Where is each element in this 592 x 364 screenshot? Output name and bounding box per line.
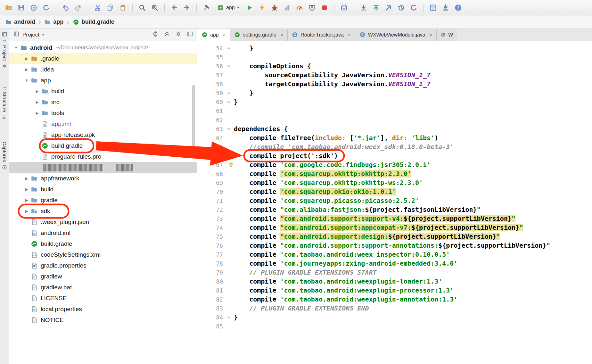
- close-icon[interactable]: ×: [430, 32, 432, 37]
- tree-item-idea[interactable]: ▶.idea: [9, 64, 197, 75]
- tree-scrollbar[interactable]: [192, 85, 195, 154]
- tree-item-gradlew[interactable]: gradlew: [9, 271, 197, 282]
- tab-app[interactable]: app×: [197, 29, 230, 41]
- tree-item-gradle[interactable]: ▶gradle: [9, 195, 197, 206]
- expand-arrow-icon[interactable]: ▶: [22, 176, 31, 181]
- gutter-slot[interactable]: [223, 46, 234, 51]
- save-all-button[interactable]: [16, 3, 26, 12]
- tree-item-codestylesettings-xml[interactable]: <>codeStyleSettings.xml: [9, 249, 197, 260]
- expand-arrow-icon[interactable]: ▶: [33, 111, 41, 115]
- tree-item-build-gradle[interactable]: build.gradle: [9, 238, 197, 249]
- refresh-button[interactable]: [41, 3, 51, 12]
- help-button[interactable]: ?: [453, 3, 463, 12]
- tab-settings-gradle[interactable]: settings.gradle×: [230, 29, 288, 41]
- apply-changes-button[interactable]: [257, 3, 267, 12]
- tool-window-button-captures[interactable]: Captures: [0, 142, 9, 170]
- gutter-slot[interactable]: [223, 161, 234, 168]
- profile-button[interactable]: [295, 3, 304, 12]
- tree-item-build[interactable]: ▶build: [9, 86, 197, 97]
- sdk-manager-button[interactable]: [441, 3, 450, 12]
- history-button[interactable]: [396, 3, 406, 12]
- close-icon[interactable]: ×: [348, 32, 351, 37]
- copy-button[interactable]: [105, 3, 115, 12]
- gutter-slot[interactable]: [223, 127, 234, 131]
- tree-item-tools[interactable]: ▶tools: [9, 108, 197, 119]
- vcs-commit-button[interactable]: [371, 3, 381, 12]
- chevron-down-icon[interactable]: ▾: [42, 33, 44, 37]
- tree-item-weex-plugin-json[interactable]: {}.weex_plugin.json: [9, 217, 197, 228]
- tab-w[interactable]: CW: [437, 29, 457, 41]
- screen-capture-button[interactable]: [307, 3, 317, 12]
- tree-item-proguard-rules-pro[interactable]: proguard-rules.pro: [9, 151, 197, 162]
- rollback-button[interactable]: [409, 3, 418, 12]
- tree-item-gradle-properties[interactable]: gradle.properties: [9, 260, 197, 271]
- gutter-slot[interactable]: [223, 64, 234, 69]
- expand-arrow-icon[interactable]: ▶: [22, 187, 31, 192]
- vcs-push-button[interactable]: [384, 3, 393, 12]
- tree-item-app-iml[interactable]: app.iml: [9, 119, 197, 129]
- gutter-slot[interactable]: [223, 315, 234, 320]
- find-button[interactable]: [137, 3, 147, 12]
- expand-arrow-icon[interactable]: ▶: [33, 89, 41, 94]
- tree-item-android[interactable]: ▼android~/Documents/workplace/weex-proje…: [9, 42, 197, 53]
- tree-item-gradlew-bat[interactable]: gradlew.bat: [9, 282, 197, 293]
- tree-item-android-iml[interactable]: android.iml: [9, 228, 197, 238]
- line-number: 77: [197, 251, 223, 258]
- tree-item-build[interactable]: ▶build: [9, 184, 197, 195]
- expand-arrow-icon[interactable]: ▶: [22, 209, 31, 213]
- coverage-button[interactable]: [282, 3, 292, 12]
- paste-button[interactable]: [118, 3, 127, 12]
- breadcrumb-item-app[interactable]: app: [44, 19, 63, 25]
- tree-item-gradle[interactable]: ▶.gradle: [9, 53, 197, 64]
- tree-item-local-properties[interactable]: local.properties: [9, 304, 197, 315]
- close-icon[interactable]: ×: [223, 32, 226, 37]
- stop-button[interactable]: [320, 3, 329, 12]
- redo-button[interactable]: [73, 3, 83, 12]
- replace-button[interactable]: R: [150, 3, 160, 12]
- expand-arrow-icon[interactable]: ▶: [22, 67, 31, 72]
- open-button[interactable]: [4, 3, 13, 12]
- settings-button[interactable]: [175, 31, 182, 39]
- hide-panel-button[interactable]: [187, 31, 193, 39]
- tool-window-button-structure[interactable]: 7: Structure: [0, 86, 9, 120]
- tree-item-sdk[interactable]: ▶sdk: [9, 206, 197, 217]
- gutter-slot[interactable]: [223, 100, 234, 104]
- tree-item-appframework[interactable]: ▶appframework: [9, 173, 197, 184]
- gutter-slot[interactable]: [223, 91, 234, 95]
- run-configuration-select[interactable]: app▾: [214, 4, 242, 12]
- tree-item-redacted[interactable]: [9, 162, 197, 173]
- vcs-update-button[interactable]: [359, 3, 368, 12]
- expand-arrow-icon[interactable]: ▶: [22, 198, 31, 203]
- attach-debugger-button[interactable]: [339, 3, 349, 12]
- tree-item-src[interactable]: ▶src: [9, 97, 197, 108]
- expand-arrow-icon[interactable]: ▶: [22, 56, 31, 61]
- tree-item-app[interactable]: ▼app: [9, 75, 197, 86]
- debug-button[interactable]: [270, 3, 279, 12]
- code-editor[interactable]: 54 }5556 compileOptions {57 sourceCompat…: [197, 41, 592, 364]
- expand-arrow-icon[interactable]: ▼: [22, 78, 31, 83]
- tree-item-app-release-apk[interactable]: app-release.apk: [9, 129, 197, 140]
- forward-button[interactable]: [182, 3, 192, 12]
- expand-arrow-icon[interactable]: ▼: [12, 46, 20, 50]
- tree-item-build-gradle[interactable]: build.gradle: [9, 140, 197, 151]
- synchronize-button[interactable]: [29, 3, 38, 12]
- collapse-all-button[interactable]: [164, 31, 170, 39]
- back-button[interactable]: [169, 3, 179, 12]
- undo-button[interactable]: [61, 3, 70, 12]
- tab-routertracker-java[interactable]: CRouterTracker.java×: [288, 29, 355, 41]
- run-button[interactable]: [245, 3, 254, 12]
- project-structure-button[interactable]: [428, 3, 438, 12]
- line-number: 61: [197, 108, 223, 114]
- tool-window-button-project[interactable]: 1: Project: [0, 31, 9, 69]
- locate-button[interactable]: [152, 31, 159, 39]
- expand-arrow-icon[interactable]: ▶: [33, 100, 41, 104]
- tree-item-license[interactable]: LICENSE: [9, 293, 197, 304]
- build-button[interactable]: [201, 3, 211, 12]
- breadcrumb-item-build-gradle[interactable]: build.gradle: [73, 19, 114, 25]
- tab-wxwebviewmodule-java[interactable]: CWXWebViewModule.java×: [355, 29, 437, 41]
- code-line-68: 68 compile 'com.squareup.okhttp:okhttp:2…: [197, 169, 592, 178]
- breadcrumb-item-android[interactable]: android: [5, 19, 35, 25]
- cut-button[interactable]: [93, 3, 103, 12]
- tree-item-notice[interactable]: NOTICE: [9, 315, 197, 326]
- close-icon[interactable]: ×: [281, 32, 284, 37]
